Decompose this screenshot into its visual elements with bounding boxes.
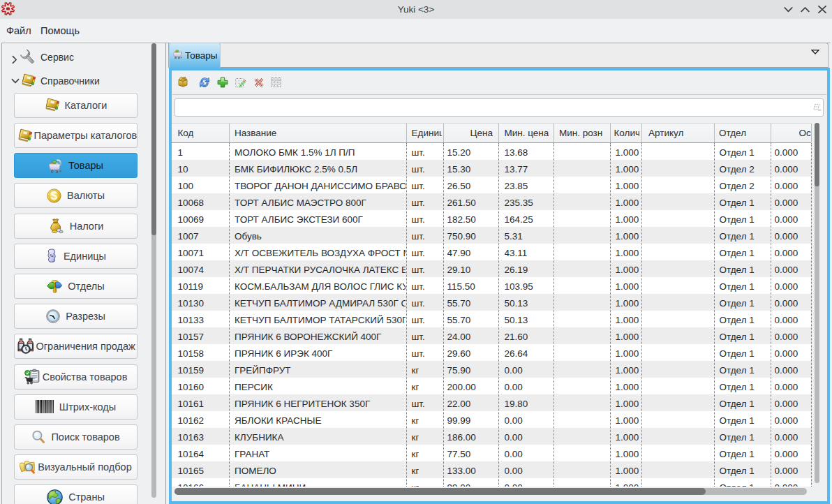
svg-text:$: $	[51, 189, 57, 201]
